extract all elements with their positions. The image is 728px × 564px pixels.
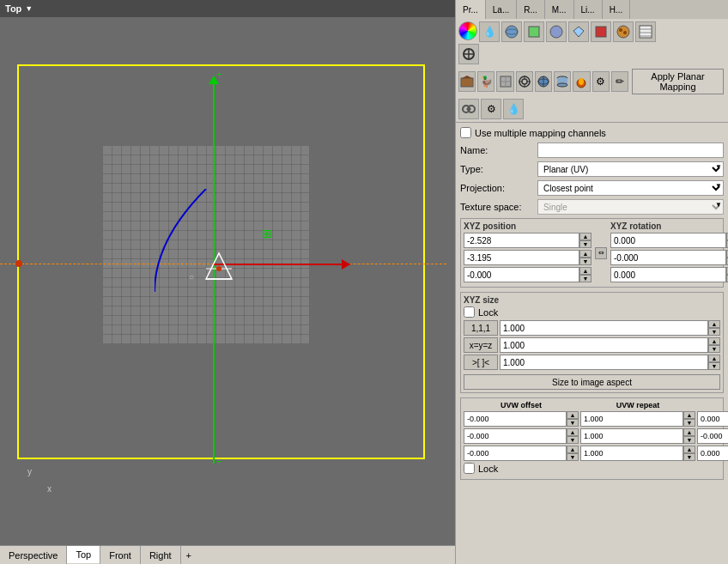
tb-texture[interactable]: [613, 21, 634, 42]
panel-tab-layers[interactable]: La...: [486, 0, 517, 19]
tab-add-button[interactable]: +: [181, 549, 197, 562]
uvw-offset-u-input[interactable]: [464, 411, 567, 427]
viewport-canvas[interactable]: ⊞ ○ y x + +: [0, 17, 455, 545]
size-111-input[interactable]: [500, 320, 708, 336]
xyz-rot-y-input[interactable]: [610, 250, 726, 265]
uvw-offset-w-up[interactable]: ▲: [567, 446, 579, 453]
xyz-pos-z-down[interactable]: ▼: [579, 275, 592, 282]
xyz-pos-x-up[interactable]: ▲: [579, 233, 592, 240]
uvw-repeat-v-input[interactable]: [580, 428, 683, 444]
tb-map1[interactable]: [458, 71, 476, 92]
size-stretch-up[interactable]: ▲: [708, 355, 720, 362]
panel-tab-materials[interactable]: M...: [545, 0, 574, 19]
xyz-rotation-col: XYZ rotation ▲ ▼: [610, 221, 728, 284]
uvw-rotation-col: UVW rotation ▲ ▼ ▲ ▼: [697, 401, 728, 463]
uvw-offset-v-down[interactable]: ▼: [567, 436, 579, 444]
tab-right[interactable]: Right: [141, 546, 181, 565]
size-xyz-down[interactable]: ▼: [708, 345, 720, 353]
size-stretch-input[interactable]: [500, 355, 708, 370]
tb-fire[interactable]: [573, 71, 590, 92]
size-111-button[interactable]: 1,1,1: [464, 320, 498, 336]
tb-link[interactable]: [458, 99, 479, 119]
uvw-rot-u-input[interactable]: [697, 411, 728, 427]
uvw-offset-u-down[interactable]: ▼: [567, 419, 579, 427]
tb-special[interactable]: [458, 44, 479, 64]
size-stretch-button[interactable]: >[ ]<: [464, 355, 498, 370]
xyz-pos-y-down[interactable]: ▼: [579, 258, 592, 265]
panel-tab-lights[interactable]: Li...: [574, 0, 603, 19]
uvw-repeat-u-down[interactable]: ▼: [683, 419, 695, 427]
uvw-offset-u-up[interactable]: ▲: [567, 411, 579, 419]
xyz-pos-z-up[interactable]: ▲: [579, 267, 592, 275]
uvw-rot-v-input[interactable]: [697, 428, 728, 444]
tab-front[interactable]: Front: [100, 546, 141, 565]
tb-red-box[interactable]: [591, 21, 611, 42]
tb-plane[interactable]: [524, 21, 544, 42]
size-stretch-down[interactable]: ▼: [708, 362, 720, 370]
uvw-repeat-u-up[interactable]: ▲: [683, 411, 695, 419]
xyz-pos-x-down[interactable]: ▼: [579, 240, 592, 248]
uvw-repeat-u-input[interactable]: [580, 411, 683, 427]
apply-planar-mapping-button[interactable]: Apply Planar Mapping: [632, 69, 724, 94]
uvw-repeat-w-up[interactable]: ▲: [683, 446, 695, 453]
name-input[interactable]: [537, 143, 724, 158]
uvw-repeat-v-up[interactable]: ▲: [683, 428, 695, 436]
viewport-dropdown-arrow[interactable]: ▼: [25, 4, 33, 13]
texture-space-select[interactable]: Single: [537, 199, 724, 215]
axis-label-y: y: [27, 467, 32, 476]
projection-select[interactable]: Closest point: [537, 180, 724, 196]
xyz-rot-x-input[interactable]: [610, 233, 726, 248]
size-111-up[interactable]: ▲: [708, 320, 720, 328]
tb-checklist[interactable]: [635, 21, 656, 42]
tb-duck[interactable]: 🦆: [477, 71, 494, 92]
tb-settings2[interactable]: ⚙: [481, 99, 501, 119]
tb-sphere[interactable]: [501, 21, 522, 42]
tb-globe[interactable]: [535, 71, 552, 92]
xyz-pos-y-input[interactable]: [464, 250, 579, 265]
right-panel: Pr... La... R... M... Li... H... 💧: [455, 0, 728, 564]
xyz-pos-z-input[interactable]: [464, 267, 579, 282]
uvw-lock-checkbox[interactable]: [464, 463, 475, 474]
tb-eyedropper[interactable]: 💧: [479, 21, 500, 42]
uvw-offset-w-down[interactable]: ▼: [567, 453, 579, 461]
size-111-down[interactable]: ▼: [708, 328, 720, 336]
uvw-rot-w-input[interactable]: [697, 446, 728, 461]
uvw-repeat-v-down[interactable]: ▼: [683, 436, 695, 444]
panel-tab-properties[interactable]: Pr...: [456, 0, 486, 19]
panel-tab-render[interactable]: R...: [517, 0, 545, 19]
tb-drop[interactable]: 💧: [503, 99, 524, 119]
uvw-repeat-w-input[interactable]: [580, 446, 683, 461]
size-xyz-button[interactable]: x=y=z: [464, 337, 498, 353]
tb-gear[interactable]: ⚙: [592, 71, 610, 92]
tb-gem[interactable]: [568, 21, 589, 42]
uvw-repeat-w-down[interactable]: ▼: [683, 453, 695, 461]
tab-top[interactable]: Top: [67, 546, 100, 565]
size-lock-checkbox[interactable]: [464, 306, 475, 318]
viewport-header[interactable]: Top ▼: [0, 0, 455, 17]
tb-map2[interactable]: [496, 71, 513, 92]
tb-sphere2[interactable]: [546, 21, 567, 42]
xyz-pos-x-input[interactable]: [464, 233, 579, 248]
xyz-link-button[interactable]: ⇔: [595, 247, 607, 259]
panel-tab-help[interactable]: H...: [603, 0, 631, 19]
use-multiple-checkbox[interactable]: [460, 127, 471, 138]
uvw-offset-v-input[interactable]: [464, 428, 567, 444]
tb-cylinder[interactable]: [554, 71, 571, 92]
size-xyz-input[interactable]: [500, 337, 708, 353]
size-xyz-up[interactable]: ▲: [708, 337, 720, 345]
size-to-image-button[interactable]: Size to image aspect: [464, 374, 720, 390]
type-select[interactable]: Planar (UV): [537, 161, 724, 177]
uvw-offset-w-input[interactable]: [464, 446, 567, 461]
tb-target[interactable]: [516, 71, 533, 92]
tab-perspective[interactable]: Perspective: [0, 546, 67, 565]
xyz-pos-y-up[interactable]: ▲: [579, 250, 592, 258]
xyz-rot-z-input[interactable]: [610, 267, 726, 282]
svg-rect-6: [529, 27, 539, 37]
gizmo-shape-svg[interactable]: [197, 245, 240, 288]
uvw-repeat-v-row: ▲ ▼: [580, 428, 695, 444]
uvw-offset-v-up[interactable]: ▲: [567, 428, 579, 436]
tb-brush[interactable]: ✏: [611, 71, 628, 92]
color-wheel-icon[interactable]: [458, 21, 477, 40]
svg-point-38: [579, 78, 584, 85]
name-label: Name:: [460, 145, 537, 155]
